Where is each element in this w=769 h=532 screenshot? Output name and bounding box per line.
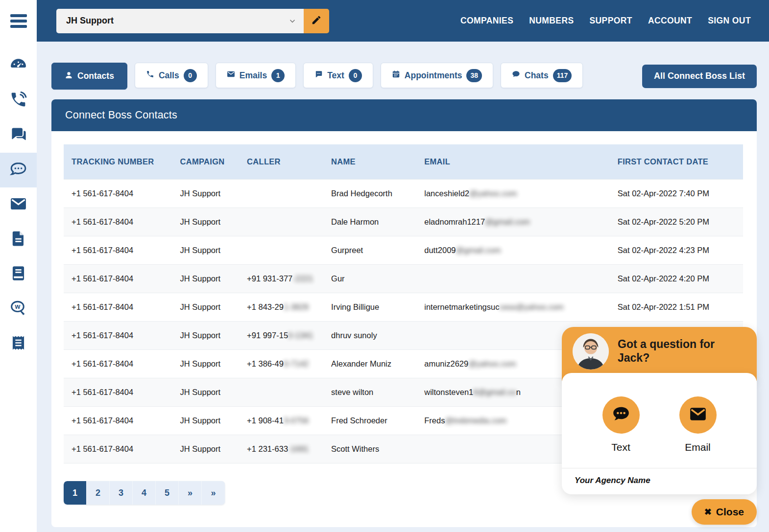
- sidebar-item-chats[interactable]: [0, 118, 37, 153]
- pagination-last[interactable]: »: [202, 481, 225, 505]
- keyword-search-icon: w: [9, 299, 27, 319]
- table-row[interactable]: +1 561-617-8404 JH Support +91 931-377-2…: [64, 265, 743, 293]
- col-first-contact-date: FIRST CONTACT DATE: [610, 144, 743, 180]
- cell-campaign: JH Support: [172, 180, 240, 208]
- envelope-icon: [227, 70, 235, 81]
- cell-tracking-number: +1 561-617-8404: [64, 236, 172, 265]
- chats-badge: 117: [553, 69, 572, 82]
- hamburger-menu-icon[interactable]: [0, 0, 37, 42]
- cell-campaign: JH Support: [172, 350, 240, 378]
- tab-emails[interactable]: Emails 1: [216, 63, 296, 88]
- tab-appointments[interactable]: Appointments 38: [381, 63, 493, 88]
- company-selector[interactable]: JH Support: [56, 9, 304, 33]
- chat-widget-body: Text Email Your Agency Name: [562, 373, 757, 494]
- sidebar-item-documents[interactable]: [0, 222, 37, 257]
- cell-name: Brad Hedgecorth: [323, 180, 416, 208]
- cell-tracking-number: +1 561-617-8404: [64, 435, 172, 463]
- col-tracking-number: TRACKING NUMBER: [64, 144, 172, 180]
- chat-widget-title: Got a question for Jack?: [618, 338, 746, 365]
- table-row[interactable]: +1 561-617-8404 JH Support +1 843-291-38…: [64, 293, 743, 322]
- cell-email: eladnomrah1217@gmail.com: [416, 208, 610, 236]
- cell-date: Sat 02-Apr-2022 7:40 PM: [610, 180, 743, 208]
- widget-close-button[interactable]: ✖ Close: [692, 499, 757, 525]
- pagination-next[interactable]: »: [179, 481, 202, 505]
- chat-dots-icon: [612, 405, 630, 425]
- nav-account[interactable]: ACCOUNT: [648, 16, 692, 26]
- nav-sign-out[interactable]: SIGN OUT: [708, 16, 751, 26]
- cell-tracking-number: +1 561-617-8404: [64, 350, 172, 378]
- sidebar-item-book[interactable]: [0, 257, 37, 292]
- tab-label: Chats: [525, 70, 549, 81]
- company-selector-value: JH Support: [56, 16, 288, 26]
- table-row[interactable]: +1 561-617-8404 JH Support Dale Harmon e…: [64, 208, 743, 236]
- tab-calls[interactable]: Calls 0: [135, 63, 208, 88]
- top-bar: JH Support COMPANIES NUMBERS SUPPORT ACC…: [37, 0, 769, 42]
- pencil-icon: [311, 15, 322, 27]
- sidebar-icon-nav: w: [0, 42, 37, 361]
- widget-email-label: Email: [685, 441, 711, 453]
- all-connect-boss-list-button[interactable]: All Connect Boss List: [642, 65, 757, 88]
- pagination-page-3[interactable]: 3: [110, 481, 133, 505]
- cell-tracking-number: +1 561-617-8404: [64, 265, 172, 293]
- pagination-page-2[interactable]: 2: [87, 481, 110, 505]
- chat-widget: Got a question for Jack? Text Email Your…: [562, 327, 757, 525]
- left-sidebar: w: [0, 0, 37, 532]
- table-row[interactable]: +1 561-617-8404 JH Support Gurpreet dutt…: [64, 236, 743, 265]
- cell-name: Dale Harmon: [323, 208, 416, 236]
- widget-email-action[interactable]: Email: [679, 396, 717, 453]
- tab-chats[interactable]: Chats 117: [501, 63, 583, 88]
- cell-caller: +1 231-633-1691: [239, 435, 323, 463]
- cell-name: Fred Schroeder: [323, 407, 416, 435]
- col-name: NAME: [323, 144, 416, 180]
- cell-tracking-number: +1 561-617-8404: [64, 208, 172, 236]
- nav-numbers[interactable]: NUMBERS: [529, 16, 574, 26]
- sidebar-item-emails[interactable]: [0, 187, 37, 222]
- nav-companies[interactable]: COMPANIES: [460, 16, 513, 26]
- dashboard-gauge-icon: [9, 56, 27, 76]
- cell-caller: [239, 378, 323, 407]
- tab-contacts[interactable]: Contacts: [51, 63, 127, 90]
- cell-campaign: JH Support: [172, 435, 240, 463]
- edit-company-button[interactable]: [304, 9, 329, 33]
- nav-support[interactable]: SUPPORT: [590, 16, 632, 26]
- sidebar-item-text-messages[interactable]: [0, 153, 37, 187]
- cell-name: Gur: [323, 265, 416, 293]
- tab-text[interactable]: Text 0: [303, 63, 373, 88]
- cell-name: Irving Billigue: [323, 293, 416, 322]
- cell-caller: [239, 180, 323, 208]
- receipt-icon: [9, 334, 27, 354]
- cell-campaign: JH Support: [172, 407, 240, 435]
- cell-caller: +91 931-377-2221: [239, 265, 323, 293]
- sidebar-item-billing[interactable]: [0, 326, 37, 361]
- envelope-icon: [689, 405, 707, 425]
- appointments-badge: 38: [466, 69, 482, 82]
- tabs-row: Contacts Calls 0 Emails 1 Text 0 Appoint…: [51, 63, 757, 90]
- cell-caller: [239, 236, 323, 265]
- col-caller: CALLER: [239, 144, 323, 180]
- sidebar-item-calls[interactable]: [0, 83, 37, 118]
- pagination-page-4[interactable]: 4: [133, 481, 156, 505]
- cell-date: Sat 02-Apr-2022 4:20 PM: [610, 265, 743, 293]
- sidebar-item-dashboard[interactable]: [0, 48, 37, 83]
- tab-label: Calls: [159, 70, 179, 81]
- tabs: Contacts Calls 0 Emails 1 Text 0 Appoint…: [51, 63, 583, 90]
- widget-text-action[interactable]: Text: [602, 396, 640, 453]
- cell-name: steve wilton: [323, 378, 416, 407]
- cell-name: Gurpreet: [323, 236, 416, 265]
- cell-email: [416, 265, 610, 293]
- cell-caller: +1 843-291-3829: [239, 293, 323, 322]
- emails-badge: 1: [271, 69, 285, 82]
- cell-tracking-number: +1 561-617-8404: [64, 407, 172, 435]
- cell-caller: [239, 208, 323, 236]
- cell-date: Sat 02-Apr-2022 4:23 PM: [610, 236, 743, 265]
- close-icon: ✖: [704, 507, 712, 517]
- cell-email: lanceshield2@yahoo.com: [416, 180, 610, 208]
- cell-date: Sat 02-Apr-2022 1:51 PM: [610, 293, 743, 322]
- col-email: EMAIL: [416, 144, 610, 180]
- pagination-page-5[interactable]: 5: [156, 481, 179, 505]
- sidebar-item-keyword-search[interactable]: w: [0, 292, 37, 326]
- pagination-page-1[interactable]: 1: [64, 481, 87, 505]
- cell-caller: +1 908-413-0756: [239, 407, 323, 435]
- table-row[interactable]: +1 561-617-8404 JH Support Brad Hedgecor…: [64, 180, 743, 208]
- speech-bubble-icon: [314, 70, 323, 81]
